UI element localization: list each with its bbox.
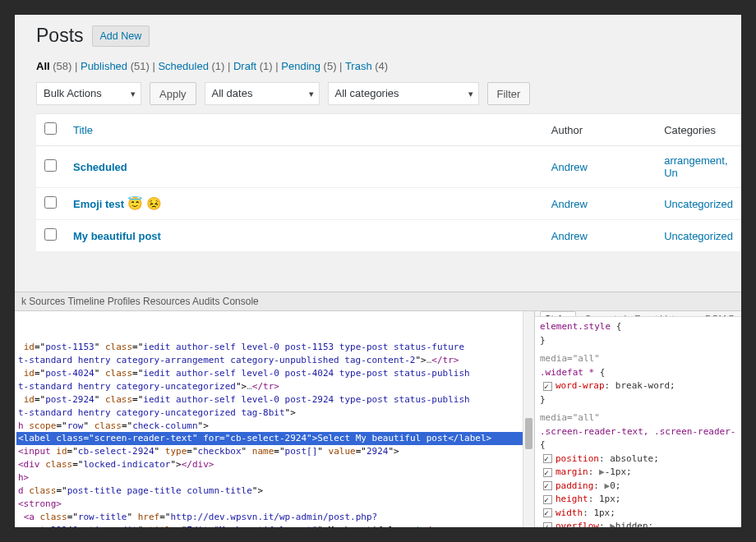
- category-link[interactable]: arrangement, Un: [664, 154, 727, 179]
- author-link[interactable]: Andrew: [551, 161, 588, 173]
- filter-published[interactable]: Published: [81, 60, 131, 72]
- row-checkbox[interactable]: [44, 196, 57, 209]
- devtools-toolbar[interactable]: k Sources Timeline Profiles Resources Au…: [15, 292, 741, 311]
- filter-count: (1): [260, 60, 273, 72]
- filter-all[interactable]: All: [36, 60, 53, 72]
- select-all-checkbox[interactable]: [44, 122, 57, 135]
- author-link[interactable]: Andrew: [551, 198, 588, 210]
- styles-tab-styles[interactable]: Styles: [540, 311, 576, 317]
- emoji-icon: 😇 😣: [127, 196, 162, 210]
- column-categories[interactable]: Categories: [656, 114, 741, 146]
- filter-draft[interactable]: Draft: [233, 60, 260, 72]
- devtools-styles-body[interactable]: element.style {}media="all".widefat * {w…: [535, 317, 741, 527]
- add-new-button[interactable]: Add New: [92, 25, 150, 47]
- author-link[interactable]: Andrew: [551, 230, 588, 242]
- category-link[interactable]: Uncategorized: [664, 198, 733, 210]
- filter-trash[interactable]: Trash: [345, 60, 375, 72]
- posts-table: Title Author Categories ScheduledAndrewa…: [36, 113, 741, 252]
- table-row: Emoji test 😇 😣AndrewUncategorized: [36, 188, 741, 220]
- filter-button[interactable]: Filter: [487, 82, 531, 105]
- apply-button[interactable]: Apply: [150, 82, 196, 105]
- wp-admin-panel: Posts Add New All (58) | Published (51) …: [15, 15, 741, 292]
- table-row: ScheduledAndrewarrangement, Un: [36, 146, 741, 188]
- post-title-link[interactable]: Emoji test: [73, 198, 127, 210]
- filter-pending[interactable]: Pending: [281, 60, 323, 72]
- categories-select[interactable]: All categories: [328, 82, 479, 105]
- page-title: Posts: [36, 25, 84, 47]
- filter-count: (5): [324, 60, 337, 72]
- devtools-styles-panel: StylesComputedEvent ListenersDOM Br elem…: [534, 311, 741, 527]
- devtools-scrollbar[interactable]: [523, 311, 534, 527]
- bulk-actions-select[interactable]: Bulk Actions: [36, 82, 141, 105]
- filter-scheduled[interactable]: Scheduled: [158, 60, 211, 72]
- post-status-filters: All (58) | Published (51) | Scheduled (1…: [36, 60, 741, 72]
- filter-count: (51): [131, 60, 150, 72]
- column-title[interactable]: Title: [65, 114, 543, 146]
- dates-select[interactable]: All dates: [205, 82, 320, 105]
- post-title-link[interactable]: My beautiful post: [73, 230, 161, 242]
- tablenav-top: Bulk Actions Apply All dates All categor…: [36, 82, 741, 105]
- devtools-styles-tabs[interactable]: StylesComputedEvent ListenersDOM Br: [535, 311, 741, 317]
- category-link[interactable]: Uncategorized: [664, 230, 733, 242]
- table-row: My beautiful postAndrewUncategorized: [36, 220, 741, 252]
- filter-count: (4): [375, 60, 388, 72]
- column-author[interactable]: Author: [543, 114, 656, 146]
- devtools-elements-panel[interactable]: id="post-1153" class="iedit author-self …: [15, 311, 534, 527]
- filter-count: (58): [53, 60, 71, 72]
- devtools-panel: k Sources Timeline Profiles Resources Au…: [15, 292, 741, 527]
- row-checkbox[interactable]: [44, 159, 57, 172]
- filter-count: (1): [211, 60, 224, 72]
- row-checkbox[interactable]: [44, 228, 57, 241]
- post-title-link[interactable]: Scheduled: [73, 161, 127, 173]
